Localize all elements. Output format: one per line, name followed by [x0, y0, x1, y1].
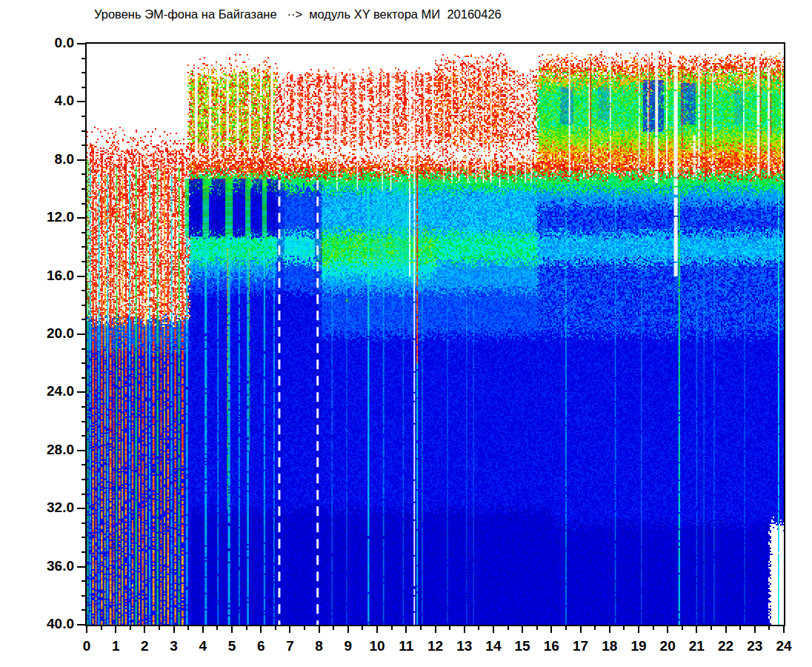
y-minor-tick	[81, 319, 85, 320]
y-minor-tick	[81, 494, 85, 495]
x-major-tick	[522, 626, 523, 633]
x-minor-tick	[623, 626, 625, 630]
y-major-tick	[77, 624, 85, 625]
x-tick-label: 17	[573, 638, 588, 654]
x-major-tick	[609, 626, 610, 633]
x-tick-label: 6	[257, 638, 265, 654]
x-minor-tick	[508, 626, 509, 630]
y-major-tick	[77, 101, 85, 102]
y-major-tick	[77, 217, 85, 219]
y-minor-tick	[81, 537, 85, 538]
y-minor-tick	[81, 232, 85, 233]
x-major-tick	[435, 626, 436, 633]
y-minor-tick	[81, 116, 85, 117]
x-minor-tick	[246, 626, 247, 630]
y-tick-label: 20.0	[0, 325, 74, 342]
y-minor-tick	[81, 551, 85, 553]
y-minor-tick	[81, 435, 85, 437]
y-minor-tick	[81, 246, 85, 248]
x-minor-tick	[768, 626, 770, 630]
x-major-tick	[202, 626, 204, 633]
x-tick-label: 20	[660, 638, 676, 654]
x-minor-tick	[333, 626, 334, 630]
x-minor-tick	[478, 626, 479, 630]
x-minor-tick	[739, 626, 741, 630]
x-tick-label: 4	[199, 638, 207, 654]
x-tick-label: 10	[370, 638, 385, 654]
x-major-tick	[319, 626, 320, 633]
x-tick-label: 22	[718, 638, 733, 654]
x-tick-label: 8	[315, 638, 323, 654]
x-minor-tick	[536, 626, 538, 630]
y-minor-tick	[81, 188, 85, 190]
x-tick-label: 21	[689, 638, 705, 654]
y-tick-label: 32.0	[0, 500, 74, 517]
x-minor-tick	[130, 626, 131, 630]
x-major-tick	[144, 626, 145, 633]
x-tick-label: 2	[141, 638, 149, 654]
y-tick-label: 8.0	[0, 151, 74, 167]
y-minor-tick	[81, 421, 85, 422]
x-major-tick	[783, 626, 785, 633]
spectrogram-heatmap	[87, 44, 784, 625]
y-major-tick	[77, 508, 85, 509]
y-tick-label: 12.0	[0, 210, 74, 226]
x-minor-tick	[420, 626, 422, 630]
y-tick-label: 0.0	[0, 35, 74, 51]
x-tick-label: 3	[170, 638, 178, 654]
x-minor-tick	[101, 626, 102, 630]
y-major-tick	[77, 159, 85, 161]
x-major-tick	[754, 626, 756, 633]
x-tick-label: 1	[112, 638, 120, 654]
y-minor-tick	[81, 72, 85, 73]
x-major-tick	[231, 626, 233, 633]
y-major-tick	[77, 334, 85, 335]
y-tick-label: 40.0	[0, 616, 74, 632]
x-tick-label: 14	[485, 638, 501, 654]
x-major-tick	[725, 626, 727, 633]
x-major-tick	[696, 626, 697, 633]
x-minor-tick	[682, 626, 683, 630]
x-major-tick	[638, 626, 639, 633]
y-minor-tick	[81, 58, 85, 59]
x-major-tick	[86, 626, 87, 633]
x-minor-tick	[159, 626, 160, 630]
y-major-tick	[77, 450, 85, 451]
y-minor-tick	[81, 609, 85, 611]
y-tick-label: 28.0	[0, 442, 74, 458]
y-tick-label: 36.0	[0, 558, 74, 574]
y-major-tick	[77, 391, 85, 393]
x-tick-label: 16	[544, 638, 559, 654]
y-major-tick	[77, 566, 85, 568]
y-minor-tick	[81, 305, 85, 306]
x-major-tick	[464, 626, 465, 633]
y-minor-tick	[81, 130, 85, 132]
x-tick-label: 23	[747, 638, 762, 654]
x-major-tick	[580, 626, 582, 633]
x-major-tick	[260, 626, 262, 633]
x-minor-tick	[187, 626, 189, 630]
y-tick-label: 16.0	[0, 268, 74, 284]
x-tick-label: 12	[427, 638, 443, 654]
x-minor-tick	[275, 626, 276, 630]
y-minor-tick	[81, 464, 85, 465]
x-tick-label: 9	[345, 638, 353, 654]
y-minor-tick	[81, 595, 85, 597]
y-minor-tick	[81, 406, 85, 408]
x-major-tick	[376, 626, 378, 633]
x-major-tick	[289, 626, 290, 633]
x-major-tick	[347, 626, 349, 633]
x-major-tick	[173, 626, 175, 633]
x-minor-tick	[594, 626, 596, 630]
y-minor-tick	[81, 479, 85, 480]
y-minor-tick	[81, 87, 85, 88]
y-tick-label: 4.0	[0, 93, 74, 110]
y-minor-tick	[81, 348, 85, 350]
chart-title: Уровень ЭМ-фона на Байгазане ··> модуль …	[94, 7, 502, 21]
y-minor-tick	[81, 522, 85, 524]
x-tick-label: 19	[630, 638, 646, 654]
x-major-tick	[667, 626, 668, 633]
y-minor-tick	[81, 173, 85, 175]
x-major-tick	[405, 626, 407, 633]
x-major-tick	[493, 626, 494, 633]
